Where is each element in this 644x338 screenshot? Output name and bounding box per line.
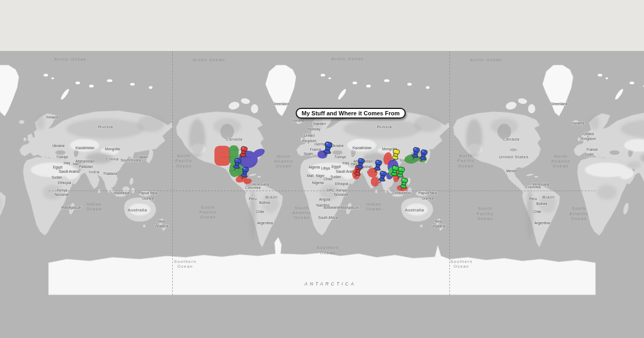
country-label: Mongolia <box>105 147 120 151</box>
country-label: Botswana <box>324 205 340 209</box>
header-bar <box>0 0 644 51</box>
country-label: Peru <box>249 197 257 201</box>
ocean-label: SouthAtlanticOcean <box>569 206 589 221</box>
country-label: Bolivia <box>259 201 270 204</box>
country-label: Canada <box>503 137 519 142</box>
ocean-label: Arctic Ocean <box>332 56 364 61</box>
country-label: Kazakhstan <box>76 146 95 150</box>
country-label: Pakistan <box>79 165 93 168</box>
country-label: Iraq <box>342 161 349 165</box>
country-label: Kenya <box>57 188 67 193</box>
country-label: Russia <box>377 124 392 129</box>
country-label: Canada <box>225 137 242 142</box>
ocean-label: NorthPacificOcean <box>175 153 193 168</box>
ocean-label: IndianOcean <box>86 202 102 211</box>
country-label: Kazakhstan <box>353 146 372 150</box>
country-label: Kenya <box>336 188 347 193</box>
region-western-us-shape[interactable] <box>215 146 231 166</box>
country-label: France <box>587 148 598 151</box>
country-label: Madagascar <box>339 205 359 210</box>
country-label: Chile <box>533 210 541 214</box>
ocean-label: Arctic Ocean <box>54 57 86 62</box>
country-label: Chad <box>324 177 332 181</box>
country-label: Indonesia <box>114 192 130 195</box>
ocean-label: NorthPacificOcean <box>457 153 474 168</box>
country-label: UnitedKingdom <box>581 132 596 141</box>
country-label: Algeria <box>309 165 320 170</box>
country-label: Angola <box>319 197 331 202</box>
country-label: Australia <box>128 208 147 212</box>
country-label: Iraq <box>64 161 70 165</box>
country-label: DRC <box>327 188 335 192</box>
country-label: Ethiopia <box>335 182 348 186</box>
country-label: Colombia <box>245 186 261 189</box>
country-label: Ukraine <box>52 144 65 148</box>
country-label: Tanzania <box>54 193 69 196</box>
country-label: Colombia <box>525 185 541 189</box>
country-label: Norway <box>308 127 321 131</box>
country-label: Sweden <box>313 122 326 126</box>
country-label: Saudi Arabia <box>58 170 79 173</box>
ocean-label: IndianOcean <box>366 202 382 211</box>
region-india-shape[interactable] <box>371 177 379 187</box>
ocean-label: NorthAtlanticOcean <box>551 154 570 169</box>
country-label: Russia <box>98 124 113 129</box>
ocean-label: NorthAtlanticOcean <box>274 154 294 169</box>
country-label: Greenland <box>273 102 290 106</box>
country-label: Mali <box>307 174 314 178</box>
country-label: Iran <box>73 162 79 166</box>
country-label: Indonesia <box>395 192 411 195</box>
country-label: South Korea <box>120 158 141 162</box>
region-western-us[interactable] <box>215 146 231 166</box>
country-label: Türkiye <box>56 155 68 159</box>
country-label: South Africa <box>318 216 338 219</box>
country-label: Iceland <box>292 119 304 122</box>
country-label: China <box>106 157 119 161</box>
country-label: Sudan <box>52 175 62 179</box>
country-label: Australia <box>405 208 424 212</box>
ocean-label: SouthPacificOcean <box>477 206 494 221</box>
country-label: Ethiopia <box>58 181 71 185</box>
ocean-label: SouthPacificOcean <box>200 205 217 220</box>
country-label: Türkiye <box>334 155 346 159</box>
country-label: Iceland <box>572 121 584 125</box>
country-label: Tanzania <box>333 193 348 196</box>
country-label: Nigeria <box>312 181 324 185</box>
country-label: Argentina <box>257 221 273 225</box>
country-label: Finland <box>46 115 58 119</box>
country-label: Bolivia <box>536 202 547 205</box>
ocean-label: SouthAtlanticOcean <box>292 205 312 221</box>
map-viewport[interactable]: Arctic OceanArctic OceanArctic OceanArct… <box>0 51 644 338</box>
country-label: Thailand <box>103 172 117 175</box>
country-label: Brazil <box>542 195 554 200</box>
country-label: Egypt <box>332 165 341 169</box>
world-map[interactable]: Arctic OceanArctic OceanArctic OceanArct… <box>0 51 644 338</box>
country-label: France <box>310 148 321 151</box>
country-label: Brazil <box>265 195 277 200</box>
ocean-label: Arctic Ocean <box>470 57 502 62</box>
country-label: Chile <box>256 210 265 214</box>
country-label: Ukraine <box>331 144 344 148</box>
continent-label-antarctica: ANTARCTICA <box>304 281 356 286</box>
country-label: Greenland <box>551 102 568 106</box>
ocean-label: Arctic Ocean <box>193 57 225 62</box>
map-title[interactable]: My Stuff and Where it Comes From <box>296 108 406 119</box>
country-label: Peru <box>529 197 537 201</box>
country-label: United States <box>499 155 529 159</box>
country-label: Libya <box>321 166 330 171</box>
country-label: Mexico <box>506 169 518 173</box>
country-label: Spain <box>584 152 594 157</box>
country-label: Madagascar <box>61 205 82 210</box>
country-label: Spain <box>304 152 313 156</box>
country-label: India <box>89 170 99 174</box>
country-label: Argentina <box>535 221 550 225</box>
